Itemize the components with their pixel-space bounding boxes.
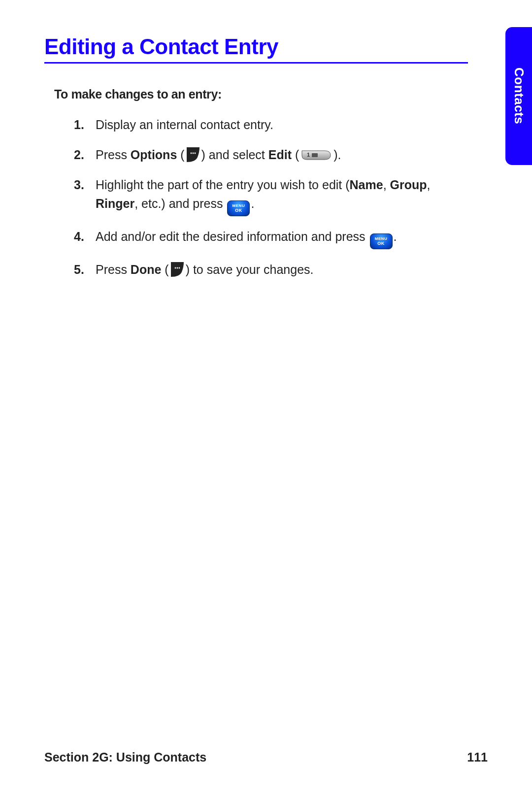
- step-text-part: , etc.) and press: [134, 197, 226, 210]
- instruction-list: 1. Display an internal contact entry. 2.…: [74, 115, 448, 279]
- step-3: 3. Highlight the part of the entry you w…: [74, 175, 448, 217]
- menu-ok-button-icon: MENUOK: [227, 200, 250, 216]
- step-number: 5.: [74, 260, 84, 279]
- name-label: Name: [350, 178, 383, 192]
- step-text-part: Highlight the part of the entry you wish…: [96, 178, 350, 192]
- step-number: 3.: [74, 175, 84, 195]
- svg-text:1: 1: [307, 152, 310, 158]
- edit-label: Edit: [268, 148, 292, 162]
- left-softkey-icon: [186, 146, 200, 163]
- step-text: Display an internal contact entry.: [96, 118, 273, 132]
- step-text-part: ) and select: [201, 148, 268, 162]
- step-text-part: .: [251, 197, 254, 210]
- svg-rect-4: [312, 153, 318, 157]
- one-key-icon: 1: [300, 149, 332, 162]
- step-text-part: (: [292, 148, 299, 162]
- step-text-part: Add and/or edit the desired information …: [96, 230, 369, 243]
- step-text-part: .: [394, 230, 397, 243]
- step-text-part: Press: [96, 148, 131, 162]
- ringer-label: Ringer: [96, 197, 134, 210]
- step-5: 5. Press Done () to save your changes.: [74, 260, 448, 279]
- svg-point-2: [194, 152, 196, 154]
- footer-page-number: 111: [467, 750, 488, 765]
- intro-heading: To make changes to an entry:: [54, 87, 488, 101]
- page-footer: Section 2G: Using Contacts 111: [44, 750, 488, 765]
- step-number: 2.: [74, 145, 84, 165]
- left-softkey-icon: [170, 261, 185, 278]
- done-label: Done: [131, 263, 162, 276]
- svg-point-0: [190, 152, 192, 154]
- step-text-part: (: [161, 263, 168, 276]
- options-label: Options: [131, 148, 177, 162]
- step-number: 1.: [74, 115, 84, 134]
- svg-point-5: [174, 267, 176, 269]
- step-text-part: ,: [427, 178, 431, 192]
- group-label: Group: [390, 178, 427, 192]
- menu-ok-button-icon: MENUOK: [370, 233, 393, 249]
- svg-point-6: [176, 267, 178, 269]
- step-2: 2. Press Options () and select Edit (1).: [74, 145, 448, 165]
- step-text-part: Press: [96, 263, 131, 276]
- step-number: 4.: [74, 227, 84, 246]
- step-text-part: ) to save your changes.: [186, 263, 314, 276]
- step-text-part: (: [177, 148, 184, 162]
- svg-point-7: [178, 267, 180, 269]
- section-tab: Contacts: [505, 27, 532, 165]
- step-1: 1. Display an internal contact entry.: [74, 115, 448, 134]
- page-title: Editing a Contact Entry: [44, 34, 468, 64]
- step-text-part: ,: [383, 178, 390, 192]
- svg-point-1: [192, 152, 194, 154]
- footer-section: Section 2G: Using Contacts: [44, 750, 206, 765]
- section-tab-label: Contacts: [511, 67, 527, 124]
- step-text-part: ).: [333, 148, 341, 162]
- step-4: 4. Add and/or edit the desired informati…: [74, 227, 448, 249]
